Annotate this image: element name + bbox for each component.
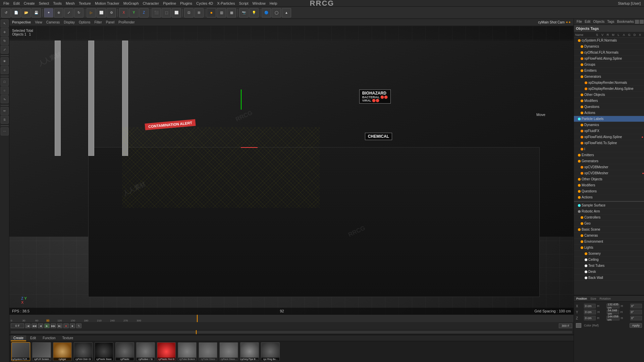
- tree-item-modifiers-top[interactable]: Modifiers: [574, 98, 644, 104]
- tree-item-xpflowto[interactable]: xpFlowField.To.Spline: [574, 140, 644, 146]
- props-tab-position[interactable]: Position: [575, 297, 589, 300]
- timeline-playhead[interactable]: [197, 315, 198, 322]
- point-mode-button[interactable]: ⬛: [152, 8, 161, 17]
- prop-field-pos-y[interactable]: 0 cm: [584, 310, 596, 314]
- tool-spline[interactable]: ∿: [1, 95, 9, 103]
- material-item-11[interactable]: cyGrey Pipe Ba...: [240, 342, 259, 361]
- material-item-12[interactable]: cyc Ring Bu...: [261, 342, 280, 361]
- tree-item-xpcvdb1[interactable]: xpCVDBMesher: [574, 164, 644, 170]
- z-axis-button[interactable]: Z: [139, 8, 149, 17]
- render-button[interactable]: ▷: [87, 8, 96, 17]
- camera-button[interactable]: 📷: [239, 8, 249, 17]
- apply-button[interactable]: Apply: [630, 323, 642, 328]
- tree-item-i[interactable]: i: [574, 146, 644, 152]
- undo-button[interactable]: ↺: [1, 8, 11, 17]
- frame-start-button[interactable]: |◀: [25, 323, 31, 328]
- viewport-prorender-menu[interactable]: ProRender: [118, 20, 135, 24]
- menu-cycles4d[interactable]: Cycles 4D: [194, 1, 215, 5]
- viewport-cameras-menu[interactable]: Cameras: [46, 20, 60, 24]
- rp-objects[interactable]: Objects: [592, 20, 606, 23]
- material-item-10[interactable]: cyRack Glass...: [219, 342, 238, 361]
- tool-paint[interactable]: ✏: [1, 107, 9, 115]
- rp-tags[interactable]: Tags: [606, 20, 615, 23]
- material-item-8[interactable]: cyTube Broken: [178, 342, 197, 361]
- tree-item-generators-top[interactable]: Generators: [574, 74, 644, 80]
- tree-item-official[interactable]: cyOfficial.FLR.Normals: [574, 50, 644, 56]
- tree-item-scenery[interactable]: Scenery: [574, 251, 644, 257]
- tool-arrow[interactable]: ↖: [1, 19, 9, 27]
- menu-script[interactable]: Script: [237, 1, 250, 5]
- step-back-button[interactable]: ◀◀: [32, 323, 37, 328]
- tree-item-ceiling[interactable]: Ceiling: [574, 257, 644, 263]
- color-swatch[interactable]: [576, 323, 581, 328]
- mat-tab-function[interactable]: Function: [40, 335, 58, 341]
- magnet-button[interactable]: 🔵: [262, 8, 271, 17]
- material-item-1[interactable]: cyFLR Screen: [32, 342, 51, 361]
- prop-field-rot-y[interactable]: 0°: [630, 310, 642, 314]
- menu-tools[interactable]: Tools: [51, 1, 64, 5]
- record-button[interactable]: ●: [63, 323, 69, 328]
- tree-item-environment[interactable]: Environment: [574, 239, 644, 245]
- objects-panel[interactable]: cySystem.FLR.Normals Dynamics cyOfficial…: [574, 38, 644, 295]
- tree-item-generators2[interactable]: Generators: [574, 158, 644, 164]
- edge-mode-button[interactable]: ⬚: [162, 8, 171, 17]
- tree-item-dynamics[interactable]: Dynamics: [574, 44, 644, 50]
- viewport-perspective-label[interactable]: Perspective: [12, 20, 31, 24]
- prop-field-rot-x[interactable]: 0°: [630, 304, 642, 308]
- menu-help[interactable]: Help: [268, 1, 279, 5]
- menu-mesh[interactable]: Mesh: [64, 1, 77, 5]
- tree-item-robotic-arm[interactable]: Robotic Arm: [574, 208, 644, 215]
- prop-field-size-y[interactable]: 54.048 cm: [607, 310, 619, 314]
- tree-item-other-top[interactable]: Other Objects: [574, 92, 644, 98]
- viewport-options-menu[interactable]: Options: [79, 20, 90, 24]
- end-frame-input[interactable]: [559, 323, 572, 328]
- viewport-view-menu[interactable]: View: [35, 20, 42, 24]
- material-item-9[interactable]: cyTube Glass: [199, 342, 217, 361]
- save-button[interactable]: 💾: [32, 8, 41, 17]
- tool-3d-nav[interactable]: ⊹: [1, 66, 9, 74]
- x-axis-button[interactable]: X: [119, 8, 128, 17]
- tool-scale[interactable]: ⤢: [1, 46, 9, 54]
- timeline-scrub[interactable]: [9, 329, 574, 335]
- material-item-5[interactable]: cyPlastic: [115, 342, 134, 361]
- tool-sphere[interactable]: ○: [1, 86, 9, 95]
- y-axis-button[interactable]: Y: [129, 8, 139, 17]
- tree-item-geo[interactable]: Geo: [574, 221, 644, 227]
- material-item-7[interactable]: cyPlastic Red B: [157, 342, 176, 361]
- render-settings-button[interactable]: ⚙: [107, 8, 116, 17]
- rp-icon-2[interactable]: [640, 20, 644, 24]
- tree-item-actions2[interactable]: Actions: [574, 194, 644, 200]
- tree-item-xpfluidfx[interactable]: xpFluidFX: [574, 128, 644, 134]
- menu-motion-tracker[interactable]: Motion Tracker: [93, 1, 121, 5]
- menu-file[interactable]: File: [1, 1, 11, 5]
- render-mode-3[interactable]: ▦: [227, 8, 236, 17]
- tree-item-sample-surface[interactable]: Sample Surface: [574, 202, 644, 208]
- tree-item-emitters2[interactable]: Emitters: [574, 152, 644, 158]
- step-forward-button[interactable]: ▶▶: [51, 323, 56, 328]
- tree-item-dynamics2[interactable]: Dynamics: [574, 122, 644, 128]
- rotate-button[interactable]: ↻: [74, 8, 84, 17]
- render-region-button[interactable]: ⬜: [97, 8, 106, 17]
- props-tab-size[interactable]: Size: [589, 297, 598, 300]
- prop-field-pos-z[interactable]: 0 cm: [584, 316, 596, 320]
- tree-item-xpflowalong2[interactable]: xpFlowField.Along.Spline ●: [574, 134, 644, 140]
- tree-item-cameras[interactable]: Cameras: [574, 233, 644, 239]
- tree-item-xp-display2[interactable]: xpDisplayRender.Along.Spline: [574, 86, 644, 92]
- material-item-6[interactable]: cyRubber / Si: [136, 342, 155, 361]
- tree-item-questions2[interactable]: Questions: [574, 188, 644, 194]
- light-button[interactable]: 💡: [249, 8, 259, 17]
- viewport-panel-menu[interactable]: Panel: [106, 20, 115, 24]
- tree-item-emitters-top[interactable]: Emitters: [574, 68, 644, 74]
- play-back-button[interactable]: ◀: [38, 323, 43, 328]
- tree-item-basic-scene[interactable]: Basic Scene: [574, 227, 644, 233]
- tree-item-other2[interactable]: Other Objects: [574, 176, 644, 182]
- menu-edit[interactable]: Edit: [11, 1, 22, 5]
- loop-button[interactable]: ↻: [76, 323, 82, 328]
- tool-rotate[interactable]: ↻: [1, 37, 9, 45]
- mat-tab-texture[interactable]: Texture: [60, 335, 76, 341]
- menu-pipeline[interactable]: Pipeline: [161, 1, 178, 5]
- mat-tab-create[interactable]: Create: [11, 335, 26, 341]
- props-tab-rotation[interactable]: Rotation: [598, 297, 613, 300]
- tool-sculpt[interactable]: S: [1, 116, 9, 124]
- stop-button[interactable]: ■: [70, 323, 75, 328]
